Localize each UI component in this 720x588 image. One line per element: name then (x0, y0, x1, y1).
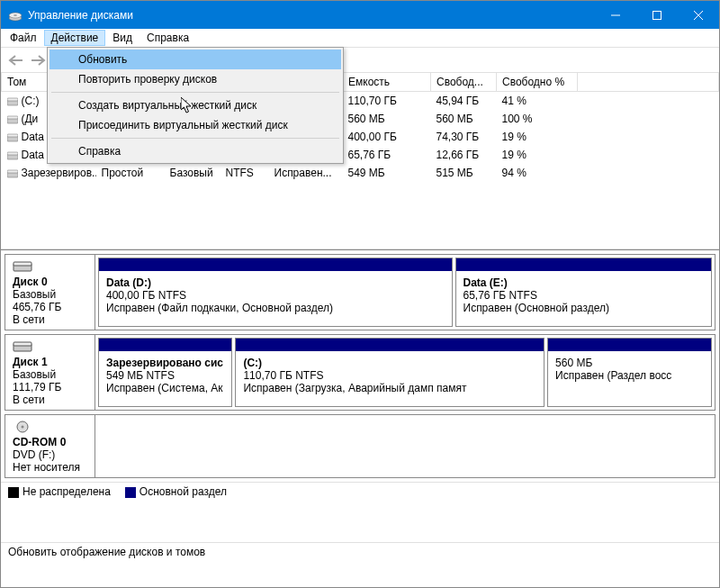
partitions (95, 415, 715, 477)
statusbar: Обновить отображение дисков и томов (1, 542, 719, 561)
disk-status: В сети (13, 313, 91, 326)
col-free[interactable]: Свобод... (431, 73, 497, 92)
app-icon (8, 8, 22, 23)
partition-title: Data (D:) (106, 276, 445, 289)
partition-header (99, 339, 231, 351)
menu-help[interactable]: Справка (140, 30, 196, 46)
partition-size: 110,70 ГБ NTFS (243, 369, 536, 382)
svg-rect-20 (14, 342, 32, 346)
partition-title: Зарезервировано сис (106, 357, 224, 369)
disk-info: CD-ROM 0DVD (F:)Нет носителя (5, 415, 95, 477)
legend-primary-swatch (125, 487, 136, 498)
disk-icon (13, 421, 91, 436)
legend: Не распределена Основной раздел (1, 482, 719, 501)
partition-status: Исправен (Загрузка, Аварийный дамп памят (243, 382, 536, 394)
partition-title: (C:) (243, 357, 536, 369)
svg-point-2 (14, 14, 17, 16)
disk-type: DVD (F:) (13, 448, 91, 461)
menu-file[interactable]: Файл (3, 30, 44, 46)
col-free-pct[interactable]: Свободно % (497, 73, 578, 92)
disk-type: Базовый (13, 288, 91, 301)
disk-name: Диск 0 (13, 276, 91, 288)
svg-rect-16 (7, 170, 18, 173)
svg-rect-18 (14, 262, 32, 266)
disk-status: В сети (13, 394, 91, 406)
disk-status: Нет носителя (13, 461, 91, 474)
dropdown-separator (51, 92, 339, 93)
dropdown-separator (51, 138, 339, 139)
dropdown-help[interactable]: Справка (50, 141, 341, 161)
partitions: Зарезервировано сис549 МБ NTFSИсправен (… (95, 335, 715, 410)
dropdown-rescan[interactable]: Повторить проверку дисков (50, 69, 341, 89)
partition-status: Исправен (Основной раздел) (464, 302, 705, 314)
disk-size: 465,76 ГБ (13, 301, 91, 313)
disk-map-pane[interactable]: Диск 0Базовый465,76 ГБВ сетиData (D:)400… (1, 249, 719, 542)
window-title: Управление дисками (28, 9, 595, 22)
back-button[interactable] (6, 50, 26, 70)
partitions: Data (D:)400,00 ГБ NTFSИсправен (Файл по… (95, 255, 715, 330)
svg-rect-8 (7, 98, 18, 101)
disk-icon (13, 260, 91, 276)
svg-rect-14 (7, 152, 18, 155)
disk-size: 111,79 ГБ (13, 381, 91, 394)
partition[interactable]: Data (D:)400,00 ГБ NTFSИсправен (Файл по… (98, 258, 453, 327)
legend-primary-label: Основной раздел (140, 485, 227, 498)
menu-view[interactable]: Вид (105, 30, 140, 46)
partition-size: 65,76 ГБ NTFS (464, 289, 705, 302)
disk-row[interactable]: Диск 1Базовый111,79 ГБВ сетиЗарезервиров… (4, 334, 716, 411)
titlebar: Управление дисками (1, 1, 719, 29)
volume-name: Data (22, 131, 44, 143)
partition-header (456, 258, 712, 271)
disk-name: CD-ROM 0 (13, 436, 91, 448)
partition-status: Исправен (Раздел восс (555, 369, 704, 382)
menubar: Файл Действие Вид Справка Обновить Повто… (1, 29, 719, 48)
disk-row[interactable]: Диск 0Базовый465,76 ГБВ сетиData (D:)400… (4, 254, 716, 330)
dropdown-refresh[interactable]: Обновить (50, 50, 341, 69)
volume-name: (Ди (22, 113, 39, 125)
volume-name: Зарезервиров... (22, 167, 96, 179)
volume-name: (C:) (22, 95, 40, 107)
action-dropdown: Обновить Повторить проверку дисков Созда… (47, 47, 344, 164)
svg-rect-12 (7, 134, 18, 137)
partition[interactable]: 560 МБИсправен (Раздел восс (547, 338, 712, 407)
svg-point-22 (22, 426, 24, 429)
disk-type: Базовый (13, 368, 91, 381)
partition[interactable]: (C:)110,70 ГБ NTFSИсправен (Загрузка, Ав… (235, 338, 544, 407)
partition[interactable]: Data (E:)65,76 ГБ NTFSИсправен (Основной… (455, 258, 713, 327)
svg-rect-4 (653, 11, 662, 19)
dropdown-attach-vhd[interactable]: Присоединить виртуальный жесткий диск (50, 115, 341, 135)
disk-info: Диск 1Базовый111,79 ГБВ сети (5, 335, 95, 410)
partition-header (236, 339, 544, 351)
disk-name: Диск 1 (13, 356, 91, 368)
close-button[interactable] (678, 1, 719, 29)
partition-size: 549 МБ NTFS (106, 369, 224, 382)
partition-size: 560 МБ (555, 357, 704, 369)
forward-button[interactable] (28, 50, 48, 70)
table-row[interactable]: Зарезервиров...ПростойБазовыйNTFSИсправе… (2, 164, 719, 182)
partition-status: Исправен (Файл подкачки, Основной раздел… (106, 302, 445, 314)
partition-size: 400,00 ГБ NTFS (106, 289, 445, 302)
minimize-button[interactable] (595, 1, 636, 29)
legend-unallocated-swatch (8, 487, 19, 498)
volume-name: Data (22, 149, 44, 161)
disk-icon (13, 340, 91, 356)
partition-header (99, 258, 452, 271)
partition-header (548, 339, 711, 351)
svg-rect-10 (7, 116, 18, 119)
partition-title: Data (E:) (464, 276, 705, 289)
partition-status: Исправен (Система, Ак (106, 382, 224, 394)
disk-row[interactable]: CD-ROM 0DVD (F:)Нет носителя (4, 414, 716, 478)
menu-action[interactable]: Действие (44, 30, 106, 46)
legend-unallocated-label: Не распределена (22, 485, 111, 498)
maximize-button[interactable] (636, 1, 678, 29)
col-capacity[interactable]: Емкость (343, 73, 431, 92)
dropdown-create-vhd[interactable]: Создать виртуальный жесткий диск (50, 95, 341, 115)
partition[interactable]: Зарезервировано сис549 МБ NTFSИсправен (… (98, 338, 232, 407)
disk-info: Диск 0Базовый465,76 ГБВ сети (5, 255, 95, 330)
